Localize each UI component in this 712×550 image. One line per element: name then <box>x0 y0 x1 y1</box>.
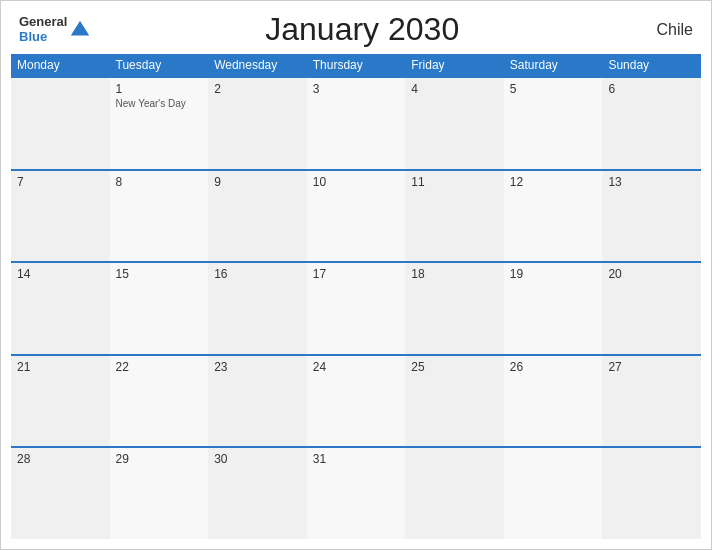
day-number: 8 <box>116 175 203 189</box>
day-number: 30 <box>214 452 301 466</box>
day-headers: MondayTuesdayWednesdayThursdayFridaySatu… <box>11 54 701 76</box>
country-label: Chile <box>633 21 693 39</box>
day-number: 14 <box>17 267 104 281</box>
calendar-grid: MondayTuesdayWednesdayThursdayFridaySatu… <box>11 54 701 539</box>
logo: General Blue <box>19 15 91 44</box>
day-number: 17 <box>313 267 400 281</box>
day-number: 16 <box>214 267 301 281</box>
day-cell: 21 <box>11 356 110 447</box>
day-header-tuesday: Tuesday <box>110 54 209 76</box>
day-cell: 14 <box>11 263 110 354</box>
day-cell: 22 <box>110 356 209 447</box>
day-number: 22 <box>116 360 203 374</box>
day-cell <box>11 78 110 169</box>
day-cell <box>405 448 504 539</box>
day-number: 21 <box>17 360 104 374</box>
day-cell: 4 <box>405 78 504 169</box>
day-number: 6 <box>608 82 695 96</box>
day-number: 12 <box>510 175 597 189</box>
day-cell: 30 <box>208 448 307 539</box>
day-number: 27 <box>608 360 695 374</box>
weeks: 1New Year's Day2345678910111213141516171… <box>11 76 701 539</box>
logo-general-text: General <box>19 15 67 29</box>
week-row-2: 78910111213 <box>11 169 701 262</box>
day-number: 20 <box>608 267 695 281</box>
day-event: New Year's Day <box>116 98 203 109</box>
day-cell: 5 <box>504 78 603 169</box>
week-row-3: 14151617181920 <box>11 261 701 354</box>
day-cell: 9 <box>208 171 307 262</box>
day-number: 26 <box>510 360 597 374</box>
logo-blue-text: Blue <box>19 30 67 44</box>
day-header-wednesday: Wednesday <box>208 54 307 76</box>
day-header-monday: Monday <box>11 54 110 76</box>
day-cell: 18 <box>405 263 504 354</box>
day-cell: 13 <box>602 171 701 262</box>
calendar-title: January 2030 <box>91 11 633 48</box>
day-cell: 3 <box>307 78 406 169</box>
day-header-thursday: Thursday <box>307 54 406 76</box>
day-cell: 16 <box>208 263 307 354</box>
day-number: 28 <box>17 452 104 466</box>
day-cell: 29 <box>110 448 209 539</box>
day-number: 1 <box>116 82 203 96</box>
day-header-friday: Friday <box>405 54 504 76</box>
day-number: 7 <box>17 175 104 189</box>
day-cell: 20 <box>602 263 701 354</box>
day-header-saturday: Saturday <box>504 54 603 76</box>
day-cell: 23 <box>208 356 307 447</box>
day-cell: 8 <box>110 171 209 262</box>
day-cell: 25 <box>405 356 504 447</box>
day-number: 18 <box>411 267 498 281</box>
day-number: 2 <box>214 82 301 96</box>
day-number: 23 <box>214 360 301 374</box>
day-cell <box>504 448 603 539</box>
day-cell: 28 <box>11 448 110 539</box>
day-number: 24 <box>313 360 400 374</box>
day-number: 11 <box>411 175 498 189</box>
calendar-container: General Blue January 2030 Chile MondayTu… <box>0 0 712 550</box>
day-cell: 27 <box>602 356 701 447</box>
day-cell: 10 <box>307 171 406 262</box>
day-cell: 24 <box>307 356 406 447</box>
day-number: 29 <box>116 452 203 466</box>
calendar-header: General Blue January 2030 Chile <box>1 1 711 54</box>
day-cell: 19 <box>504 263 603 354</box>
week-row-1: 1New Year's Day23456 <box>11 76 701 169</box>
week-row-4: 21222324252627 <box>11 354 701 447</box>
day-number: 9 <box>214 175 301 189</box>
day-cell: 11 <box>405 171 504 262</box>
day-cell <box>602 448 701 539</box>
day-header-sunday: Sunday <box>602 54 701 76</box>
day-cell: 1New Year's Day <box>110 78 209 169</box>
day-cell: 26 <box>504 356 603 447</box>
day-cell: 6 <box>602 78 701 169</box>
day-cell: 15 <box>110 263 209 354</box>
day-number: 13 <box>608 175 695 189</box>
day-number: 25 <box>411 360 498 374</box>
day-number: 5 <box>510 82 597 96</box>
day-cell: 17 <box>307 263 406 354</box>
day-number: 3 <box>313 82 400 96</box>
day-number: 4 <box>411 82 498 96</box>
day-cell: 12 <box>504 171 603 262</box>
svg-marker-0 <box>71 20 89 35</box>
day-cell: 31 <box>307 448 406 539</box>
day-number: 31 <box>313 452 400 466</box>
logo-icon <box>69 19 91 41</box>
week-row-5: 28293031 <box>11 446 701 539</box>
day-number: 10 <box>313 175 400 189</box>
day-cell: 2 <box>208 78 307 169</box>
day-number: 15 <box>116 267 203 281</box>
day-number: 19 <box>510 267 597 281</box>
day-cell: 7 <box>11 171 110 262</box>
